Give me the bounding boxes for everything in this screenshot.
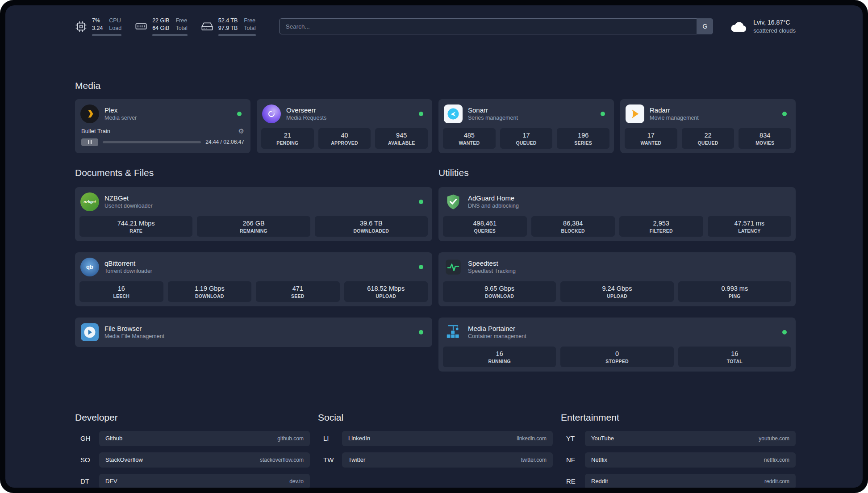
stat-tile: 834 MOVIES — [739, 128, 791, 149]
stat-tile: 2,953 FILTERED — [619, 216, 703, 237]
service-desc: Series management — [468, 114, 518, 121]
stat-value: 485 — [445, 132, 494, 139]
stat-row: 17 WANTED 22 QUEUED 834 MOVIES — [625, 128, 791, 149]
stat-value: 16 — [445, 350, 554, 357]
player-settings-gear-icon[interactable]: ⚙ — [238, 128, 244, 134]
stat-row: 16 RUNNING 0 STOPPED 16 TOTAL — [443, 347, 791, 367]
file-browser-icon — [80, 323, 99, 342]
bookmark-abbr: TW — [318, 456, 342, 464]
cpu-usage-label: CPU — [109, 17, 121, 25]
stat-value: 22 — [684, 132, 733, 139]
bookmark-link-stackoverflow[interactable]: StackOverflow stackoverflow.com — [99, 452, 310, 468]
card-header: Overseerr Media Requests — [261, 104, 428, 124]
section-media: Media Plex Media server Bullet Train ⚙ — [75, 80, 796, 153]
dashboard: 7% CPU 3.24 Load 22 GiB Free 64 GiB Tota… — [5, 5, 863, 488]
overseerr-icon — [262, 104, 281, 123]
plex-icon — [80, 104, 99, 123]
service-card-adguard[interactable]: AdGuard Home DNS and adblocking 498,461 … — [438, 187, 796, 241]
bookmark-row: NF Netflix netflix.com — [561, 452, 796, 468]
bookmark-link-dev[interactable]: DEV dev.to — [99, 474, 310, 488]
stat-label: DOWNLOAD — [170, 293, 250, 299]
bookmark-link-linkedin[interactable]: LinkedIn linkedin.com — [342, 431, 553, 446]
card-header: Media Portainer Container management — [443, 322, 791, 343]
nzbget-icon: nzbget — [80, 192, 99, 211]
stat-tile: 1.19 Gbps DOWNLOAD — [168, 281, 252, 302]
cpu-load-value: 3.24 — [92, 25, 103, 32]
weather-readout: Lviv, 16.87°C scattered clouds — [753, 18, 796, 34]
service-card-nzbget[interactable]: nzbget NZBGet Usenet downloader 744.21 M… — [75, 187, 432, 241]
bookmark-url: dev.to — [289, 478, 304, 485]
stat-tile: 0.993 ms PING — [678, 281, 791, 302]
topbar-divider — [75, 48, 796, 48]
bookmark-abbr: SO — [75, 456, 99, 464]
bookmark-link-reddit[interactable]: Reddit reddit.com — [585, 474, 796, 488]
service-card-speedtest[interactable]: Speedtest Speedtest Tracking 9.65 Gbps D… — [438, 252, 796, 306]
bookmark-abbr: LI — [318, 435, 342, 442]
bookmark-row: YT YouTube youtube.com — [561, 431, 796, 446]
stat-label: FILTERED — [621, 228, 701, 234]
service-card-qbittorrent[interactable]: qb qBittorrent Torrent downloader 16 LEE… — [75, 252, 432, 306]
stat-row: 9.65 Gbps DOWNLOAD 9.24 Gbps UPLOAD 0.99… — [443, 281, 791, 302]
service-name: Sonarr — [468, 106, 518, 115]
service-name: qBittorrent — [104, 259, 152, 268]
stat-tile: 485 WANTED — [443, 128, 496, 149]
service-card-sonarr[interactable]: Sonarr Series management 485 WANTED 17 Q… — [438, 99, 614, 153]
stat-tile: 16 TOTAL — [678, 347, 791, 367]
service-name: Media Portainer — [468, 324, 526, 333]
bookmark-group-title: Social — [318, 412, 553, 423]
status-dot-online — [419, 330, 423, 334]
bookmark-url: github.com — [277, 435, 304, 442]
cpu-chip-icon — [75, 21, 87, 33]
service-card-portainer[interactable]: Media Portainer Container management 16 … — [438, 318, 796, 372]
bookmark-link-github[interactable]: Github github.com — [99, 431, 310, 446]
bookmark-abbr: RE — [561, 477, 585, 485]
stat-value: 86,384 — [533, 220, 613, 227]
service-desc: Speedtest Tracking — [468, 267, 516, 275]
bookmark-row: LI LinkedIn linkedin.com — [318, 431, 553, 446]
service-card-filebrowser[interactable]: File Browser Media File Management — [75, 318, 432, 347]
status-dot-online — [419, 200, 423, 204]
service-card-plex[interactable]: Plex Media server Bullet Train ⚙ 24:44 /… — [75, 99, 250, 153]
stat-label: SEED — [258, 293, 338, 299]
hard-drive-icon — [201, 20, 213, 33]
bookmark-name: YouTube — [591, 435, 614, 442]
memory-total-value: 64 GiB — [152, 25, 169, 32]
stat-value: 21 — [263, 132, 312, 139]
stat-value: 834 — [740, 132, 789, 139]
search-provider-button[interactable]: G — [697, 18, 713, 34]
stat-tile: 9.65 Gbps DOWNLOAD — [443, 281, 556, 302]
search-input[interactable] — [279, 18, 714, 34]
qbittorrent-icon: qb — [80, 258, 99, 276]
stat-label: REMAINING — [199, 228, 308, 234]
disk-free-label: Free — [244, 17, 255, 25]
stat-value: 618.52 Mbps — [346, 285, 426, 292]
bookmark-link-twitter[interactable]: Twitter twitter.com — [342, 452, 553, 468]
service-card-overseerr[interactable]: Overseerr Media Requests 21 PENDING 40 A… — [257, 99, 432, 153]
stat-tile: 9.24 Gbps UPLOAD — [560, 281, 673, 302]
disk-total-label: Total — [244, 25, 255, 32]
stat-value: 9.65 Gbps — [445, 285, 554, 292]
bookmark-abbr: GH — [75, 435, 99, 442]
bookmark-link-netflix[interactable]: Netflix netflix.com — [585, 452, 796, 468]
playback-progress-bar[interactable] — [103, 141, 201, 143]
adguard-shield-icon — [444, 192, 463, 211]
pause-button[interactable] — [81, 138, 98, 146]
disk-progress-bar — [218, 34, 256, 36]
card-header: nzbget NZBGet Usenet downloader — [79, 192, 428, 212]
stat-label: MOVIES — [740, 140, 789, 146]
bookmark-url: linkedin.com — [517, 435, 547, 442]
bookmark-name: LinkedIn — [348, 435, 370, 442]
status-dot-online — [419, 112, 423, 116]
stat-tile: 39.6 TB DOWNLOADED — [315, 216, 428, 237]
bookmark-link-youtube[interactable]: YouTube youtube.com — [585, 431, 796, 446]
memory-progress-bar — [152, 34, 188, 36]
stat-label: UPLOAD — [346, 293, 426, 299]
stat-label: WANTED — [626, 140, 676, 146]
service-card-radarr[interactable]: Radarr Movie management 17 WANTED 22 QUE… — [620, 99, 796, 153]
disk-readout: 52.4 TB Free 97.9 TB Total — [218, 17, 256, 36]
bookmark-name: Netflix — [591, 456, 607, 463]
bookmark-abbr: NF — [561, 456, 585, 464]
utilities-column: Utilities AdGuard Home DNS and adblockin… — [438, 167, 796, 383]
weather-condition: scattered clouds — [753, 27, 796, 35]
stat-label: DOWNLOADED — [317, 228, 426, 234]
